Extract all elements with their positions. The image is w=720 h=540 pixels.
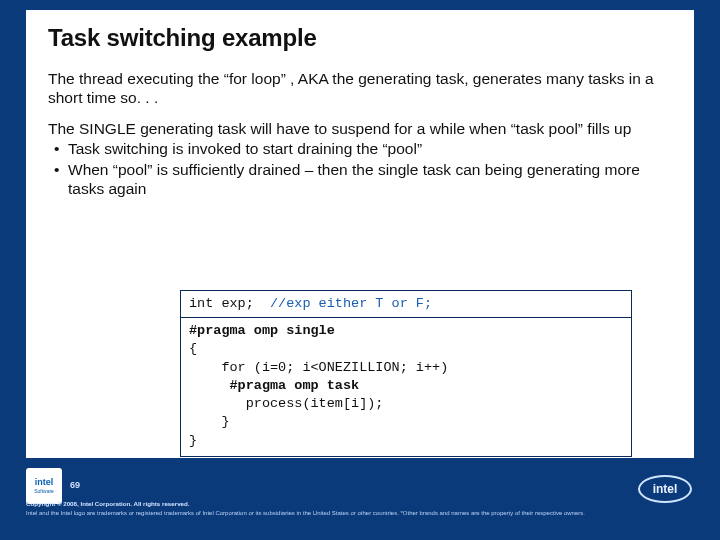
content-card: Task switching example The thread execut… bbox=[26, 10, 694, 458]
code-for: for (i=0; i<ONEZILLION; i++) bbox=[189, 360, 448, 375]
code-comment: //exp either T or F; bbox=[270, 296, 432, 311]
code-brace-close-outer: } bbox=[189, 433, 197, 448]
bullet-list: Task switching is invoked to start drain… bbox=[54, 139, 672, 199]
intel-oval: intel bbox=[638, 475, 692, 503]
code-body: #pragma omp single { for (i=0; i<ONEZILL… bbox=[181, 318, 631, 456]
software-word: Software bbox=[34, 488, 54, 494]
slide: Task switching example The thread execut… bbox=[0, 0, 720, 540]
code-header-line: int exp; //exp either T or F; bbox=[181, 291, 631, 318]
intel-word: intel bbox=[35, 478, 54, 487]
intel-software-badge: intel Software bbox=[26, 468, 62, 504]
slide-title: Task switching example bbox=[48, 24, 672, 52]
paragraph-1: The thread executing the “for loop” , AK… bbox=[48, 70, 672, 108]
code-pragma-single: #pragma omp single bbox=[189, 323, 335, 338]
code-brace-close-inner: } bbox=[189, 414, 230, 429]
code-brace-open: { bbox=[189, 341, 197, 356]
code-decl: int exp; bbox=[189, 296, 254, 311]
copyright-text: Copyright © 2008, Intel Corporation. All… bbox=[26, 500, 190, 508]
code-call: process(item[i]); bbox=[189, 396, 383, 411]
intel-logo-text: intel bbox=[653, 482, 678, 496]
bullet-item: When “pool” is sufficiently drained – th… bbox=[54, 160, 672, 199]
legal-text: Intel and the Intel logo are trademarks … bbox=[26, 510, 694, 517]
paragraph-2: The SINGLE generating task will have to … bbox=[48, 120, 672, 139]
footer: intel Software 69 intel Copyright © 2008… bbox=[26, 468, 694, 532]
bullet-item: Task switching is invoked to start drain… bbox=[54, 139, 672, 158]
intel-logo-icon: intel bbox=[636, 472, 694, 506]
code-pragma-task: #pragma omp task bbox=[189, 378, 359, 393]
code-block: int exp; //exp either T or F; #pragma om… bbox=[180, 290, 632, 457]
page-number: 69 bbox=[70, 480, 80, 490]
